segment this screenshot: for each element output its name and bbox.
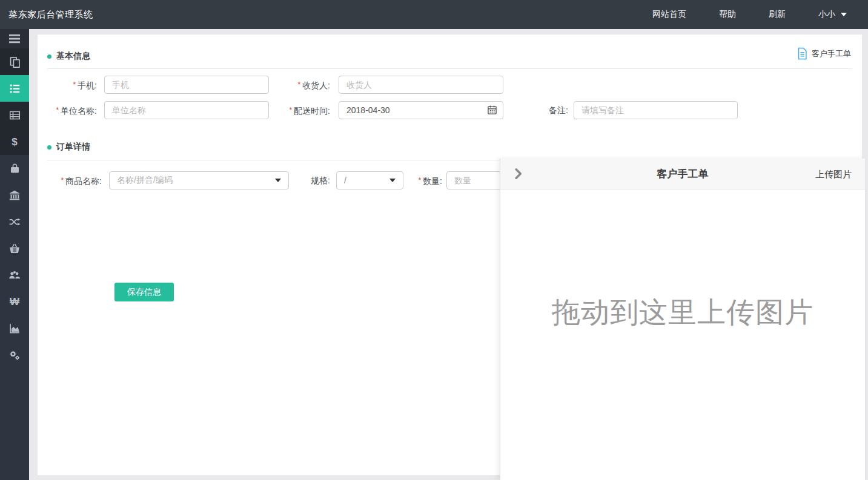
top-navbar: 菜东家后台管理系统 网站首页 帮助 刷新 小小	[0, 0, 868, 29]
manual-order-link[interactable]: 客户手工单	[797, 47, 851, 60]
sidebar-item-list[interactable]	[0, 102, 29, 128]
bullet-icon	[47, 145, 51, 150]
sidebar-item-documents[interactable]	[0, 48, 29, 75]
section-basic-info: 基本信息	[47, 51, 90, 62]
basket-icon	[8, 243, 21, 254]
collapse-panel-button[interactable]	[512, 168, 525, 182]
spec-select[interactable]: /	[336, 171, 403, 189]
image-drop-area[interactable]: 拖动到这里上传图片	[500, 189, 865, 480]
save-button[interactable]: 保存信息	[114, 283, 174, 301]
ordered-list-icon	[9, 83, 21, 94]
username: 小小	[818, 9, 835, 20]
sidebar-item-products[interactable]	[0, 155, 29, 182]
users-icon	[8, 269, 21, 281]
table-icon	[9, 110, 21, 121]
sidebar-item-dispatch[interactable]	[0, 208, 29, 235]
remark-label: 备注:	[516, 101, 568, 119]
spec-label: 规格:	[292, 171, 330, 189]
sidebar-item-purchase[interactable]	[0, 235, 29, 261]
caret-down-icon	[841, 13, 847, 16]
sidebar-item-orders[interactable]	[0, 75, 29, 102]
manual-order-link-label: 客户手工单	[812, 48, 851, 59]
panel-title: 客户手工单	[500, 159, 865, 189]
upload-image-button[interactable]: 上传图片	[815, 159, 852, 189]
caret-down-icon	[275, 179, 281, 182]
sidebar-item-suppliers[interactable]	[0, 182, 29, 208]
area-chart-icon	[9, 323, 21, 334]
sidebar-item-settings[interactable]	[0, 341, 29, 368]
quantity-label: *数量:	[400, 171, 442, 189]
drop-hint-text: 拖动到这里上传图片	[500, 294, 865, 332]
divider	[47, 68, 852, 69]
delivery-date-input[interactable]	[339, 101, 503, 119]
nav-help[interactable]: 帮助	[703, 0, 752, 29]
document-icon	[797, 47, 807, 60]
nav-refresh[interactable]: 刷新	[752, 0, 802, 29]
dollar-icon: $	[12, 137, 17, 147]
delivery-time-label: *配送时间:	[273, 101, 330, 119]
navbar-menu: 网站首页 帮助 刷新 小小	[636, 0, 863, 29]
section-detail-title: 订单详情	[56, 142, 90, 153]
panel-header: 客户手工单 上传图片	[500, 159, 865, 189]
company-label: *单位名称:	[38, 101, 97, 119]
bullet-icon	[47, 54, 51, 59]
remark-input[interactable]	[574, 101, 738, 119]
won-icon: ₩	[10, 297, 19, 307]
manual-order-image-panel: 客户手工单 上传图片 拖动到这里上传图片	[500, 159, 865, 480]
section-basic-title: 基本信息	[56, 51, 90, 62]
bank-icon	[8, 189, 21, 201]
shuffle-icon	[8, 216, 21, 228]
caret-down-icon	[389, 179, 396, 182]
chevron-right-icon	[512, 168, 525, 180]
copy-icon	[9, 56, 21, 68]
phone-input[interactable]	[104, 76, 269, 94]
delivery-date-picker[interactable]	[339, 101, 503, 119]
menu-icon	[8, 33, 21, 44]
product-select[interactable]: 名称/拼音/编码	[109, 171, 289, 189]
company-input[interactable]	[104, 101, 269, 119]
nav-user-menu[interactable]: 小小	[802, 0, 863, 29]
sidebar-item-users[interactable]	[0, 261, 29, 288]
page: 菜东家后台管理系统 网站首页 帮助 刷新 小小 $	[0, 0, 868, 480]
consignee-label: *收货人:	[273, 76, 330, 94]
bag-icon	[9, 163, 21, 174]
product-name-label: *商品名称:	[38, 171, 102, 189]
sidebar-item-pricing[interactable]: ₩	[0, 288, 29, 315]
nav-site-home[interactable]: 网站首页	[636, 0, 703, 29]
section-order-detail: 订单详情	[47, 142, 90, 153]
phone-label: *手机:	[38, 76, 97, 94]
sidebar-toggle[interactable]	[0, 29, 29, 48]
gears-icon	[8, 349, 21, 361]
sidebar: $ ₩	[0, 29, 29, 480]
sidebar-item-reports[interactable]	[0, 315, 29, 341]
consignee-input[interactable]	[339, 76, 503, 94]
sidebar-item-finance[interactable]: $	[0, 128, 29, 155]
app-title: 菜东家后台管理系统	[8, 0, 93, 29]
